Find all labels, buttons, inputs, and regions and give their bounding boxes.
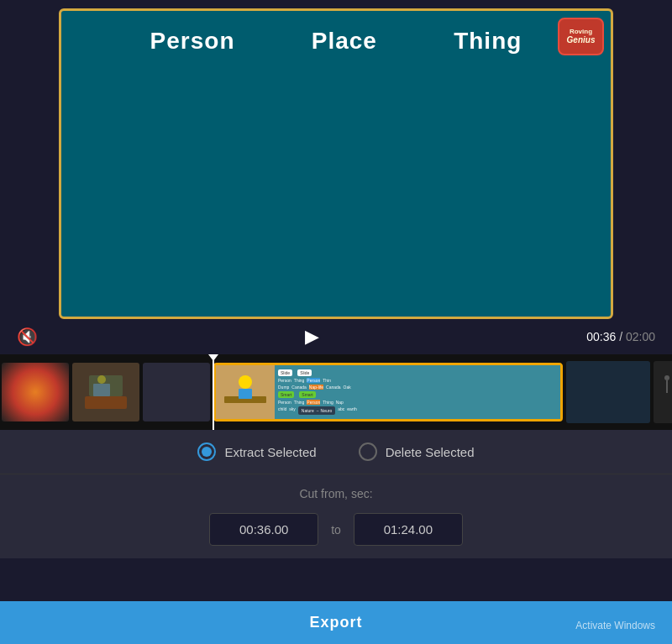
mute-button[interactable]: 🔇	[17, 327, 38, 347]
svg-point-6	[239, 375, 252, 389]
to-label: to	[331, 523, 341, 537]
timeline-thumb-3[interactable]	[143, 363, 210, 421]
video-title-row: Person Place Thing	[61, 28, 611, 55]
logo-badge: Roving Genius	[558, 18, 604, 55]
extract-selected-option[interactable]: Extract Selected	[197, 442, 316, 461]
timeline-cursor	[213, 354, 214, 430]
svg-rect-3	[89, 375, 123, 396]
stick-figures	[662, 375, 672, 409]
video-frame: Roving Genius Person Place Thing	[59, 8, 613, 319]
extract-radio-inner	[202, 447, 212, 457]
logo-line2: Genius	[567, 35, 596, 45]
thumb-content: Slide Slide Person Thing Person Thin Dum…	[275, 365, 560, 419]
cut-label: Cut from, sec:	[299, 487, 372, 500]
timeline-thumb-1[interactable]	[2, 363, 69, 421]
cut-section: Cut from, sec: to	[0, 474, 672, 558]
options-area: Extract Selected Delete Selected	[0, 430, 672, 474]
video-title-person: Person	[150, 28, 235, 55]
timeline-area[interactable]: Slide Slide Person Thing Person Thin Dum…	[0, 354, 672, 430]
time-display: 00:36 / 02:00	[586, 330, 655, 343]
delete-selected-option[interactable]: Delete Selected	[359, 442, 475, 461]
cut-to-input[interactable]	[354, 513, 463, 546]
timeline-selected-group[interactable]: Slide Slide Person Thing Person Thin Dum…	[213, 363, 563, 421]
stick-figure-1	[662, 375, 672, 409]
timeline-thumb-4[interactable]	[216, 365, 275, 419]
svg-rect-0	[85, 396, 127, 409]
video-container: Roving Genius Person Place Thing	[0, 0, 672, 319]
delete-radio-outer[interactable]	[359, 442, 377, 461]
controls-bar: 🔇 ▶ 00:36 / 02:00	[0, 319, 672, 354]
timeline-thumb-7[interactable]	[654, 361, 672, 423]
time-current: 00:36	[586, 330, 616, 343]
cut-from-input[interactable]	[209, 513, 318, 546]
export-button[interactable]: Export	[0, 601, 672, 644]
delete-label: Delete Selected	[386, 445, 475, 459]
export-bar: Export Activate Windows	[0, 558, 672, 644]
time-separator: /	[619, 330, 626, 343]
play-button[interactable]: ▶	[305, 326, 319, 348]
timeline-thumb-5[interactable]: Slide Slide Person Thing Person Thin Dum…	[275, 365, 560, 419]
extract-radio-outer[interactable]	[197, 442, 216, 461]
timeline-track: Slide Slide Person Thing Person Thin Dum…	[0, 354, 672, 430]
timeline-thumb-2[interactable]	[72, 363, 139, 421]
logo-line1: Roving	[570, 28, 592, 36]
timeline-thumb-6[interactable]	[566, 361, 650, 423]
video-title-thing: Thing	[454, 28, 522, 55]
video-title-place: Place	[312, 28, 377, 55]
cut-inputs: to	[209, 513, 463, 546]
extract-label: Extract Selected	[224, 445, 316, 459]
time-total: 02:00	[626, 330, 655, 343]
svg-rect-7	[239, 389, 252, 399]
